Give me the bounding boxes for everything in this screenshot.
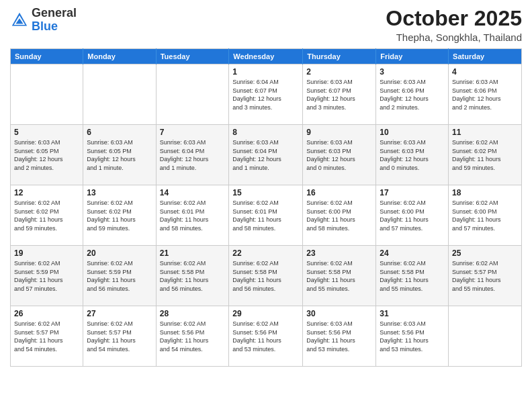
- day-number: 1: [232, 67, 299, 77]
- day-info: Sunrise: 6:02 AM Sunset: 6:02 PM Dayligh…: [14, 199, 79, 232]
- weekday-tuesday: Tuesday: [156, 49, 229, 64]
- day-info: Sunrise: 6:03 AM Sunset: 6:05 PM Dayligh…: [87, 138, 152, 172]
- day-info: Sunrise: 6:02 AM Sunset: 5:57 PM Dayligh…: [14, 320, 79, 353]
- weekday-saturday: Saturday: [449, 49, 522, 64]
- calendar-cell: 24Sunrise: 6:02 AM Sunset: 5:58 PM Dayli…: [376, 246, 449, 306]
- calendar-cell: [449, 306, 522, 367]
- weekday-wednesday: Wednesday: [229, 49, 303, 64]
- day-info: Sunrise: 6:02 AM Sunset: 6:00 PM Dayligh…: [452, 199, 518, 232]
- calendar-cell: 21Sunrise: 6:02 AM Sunset: 5:58 PM Dayli…: [156, 246, 229, 306]
- day-number: 18: [452, 188, 518, 197]
- calendar-cell: 11Sunrise: 6:02 AM Sunset: 6:02 PM Dayli…: [449, 125, 522, 185]
- calendar-cell: 17Sunrise: 6:02 AM Sunset: 6:00 PM Dayli…: [376, 185, 449, 246]
- day-info: Sunrise: 6:03 AM Sunset: 6:06 PM Dayligh…: [380, 78, 445, 111]
- day-number: 31: [380, 309, 445, 318]
- day-info: Sunrise: 6:02 AM Sunset: 6:02 PM Dayligh…: [87, 199, 152, 232]
- calendar-cell: 28Sunrise: 6:02 AM Sunset: 5:56 PM Dayli…: [156, 306, 229, 367]
- logo-text: General Blue: [32, 7, 77, 34]
- day-number: 29: [232, 309, 299, 318]
- calendar-cell: 20Sunrise: 6:02 AM Sunset: 5:59 PM Dayli…: [83, 246, 156, 306]
- calendar-cell: 4Sunrise: 6:03 AM Sunset: 6:06 PM Daylig…: [449, 64, 522, 125]
- day-info: Sunrise: 6:02 AM Sunset: 6:01 PM Dayligh…: [232, 199, 299, 232]
- day-number: 5: [14, 128, 79, 137]
- day-info: Sunrise: 6:03 AM Sunset: 6:03 PM Dayligh…: [306, 138, 372, 172]
- day-number: 21: [160, 248, 226, 258]
- day-number: 19: [14, 248, 79, 258]
- day-info: Sunrise: 6:03 AM Sunset: 6:04 PM Dayligh…: [232, 138, 299, 172]
- day-info: Sunrise: 6:02 AM Sunset: 5:57 PM Dayligh…: [452, 259, 518, 293]
- calendar-cell: 22Sunrise: 6:02 AM Sunset: 5:58 PM Dayli…: [229, 246, 303, 306]
- calendar-cell: 7Sunrise: 6:03 AM Sunset: 6:04 PM Daylig…: [156, 125, 229, 185]
- day-info: Sunrise: 6:03 AM Sunset: 6:03 PM Dayligh…: [380, 138, 445, 172]
- calendar-cell: [83, 64, 156, 125]
- day-number: 23: [306, 248, 372, 258]
- page: General Blue October 2025 Thepha, Songkh…: [0, 0, 532, 411]
- calendar-cell: 1Sunrise: 6:04 AM Sunset: 6:07 PM Daylig…: [229, 64, 303, 125]
- calendar-cell: 23Sunrise: 6:02 AM Sunset: 5:58 PM Dayli…: [303, 246, 376, 306]
- title-block: October 2025 Thepha, Songkhla, Thailand: [386, 7, 522, 43]
- day-number: 4: [452, 67, 518, 77]
- day-info: Sunrise: 6:04 AM Sunset: 6:07 PM Dayligh…: [232, 78, 299, 111]
- calendar-cell: 27Sunrise: 6:02 AM Sunset: 5:57 PM Dayli…: [83, 306, 156, 367]
- header: General Blue October 2025 Thepha, Songkh…: [10, 7, 522, 43]
- day-number: 26: [14, 309, 79, 318]
- day-number: 24: [380, 248, 445, 258]
- calendar-cell: 10Sunrise: 6:03 AM Sunset: 6:03 PM Dayli…: [376, 125, 449, 185]
- day-number: 12: [14, 188, 79, 197]
- week-row-3: 12Sunrise: 6:02 AM Sunset: 6:02 PM Dayli…: [11, 185, 522, 246]
- day-info: Sunrise: 6:03 AM Sunset: 6:06 PM Dayligh…: [452, 78, 518, 111]
- month-title: October 2025: [386, 7, 522, 30]
- day-info: Sunrise: 6:03 AM Sunset: 6:04 PM Dayligh…: [160, 138, 226, 172]
- location-title: Thepha, Songkhla, Thailand: [386, 32, 522, 43]
- weekday-friday: Friday: [376, 49, 449, 64]
- calendar-cell: 29Sunrise: 6:02 AM Sunset: 5:56 PM Dayli…: [229, 306, 303, 367]
- day-number: 20: [87, 248, 152, 258]
- weekday-sunday: Sunday: [11, 49, 83, 64]
- day-info: Sunrise: 6:02 AM Sunset: 5:58 PM Dayligh…: [160, 259, 226, 293]
- calendar-header: SundayMondayTuesdayWednesdayThursdayFrid…: [11, 49, 522, 64]
- calendar-cell: [156, 64, 229, 125]
- weekday-monday: Monday: [83, 49, 156, 64]
- day-number: 30: [306, 309, 372, 318]
- day-info: Sunrise: 6:03 AM Sunset: 5:56 PM Dayligh…: [306, 320, 372, 353]
- day-number: 11: [452, 128, 518, 137]
- calendar-cell: 30Sunrise: 6:03 AM Sunset: 5:56 PM Dayli…: [303, 306, 376, 367]
- day-number: 15: [232, 188, 299, 197]
- logo-icon: [10, 11, 29, 30]
- calendar-cell: 9Sunrise: 6:03 AM Sunset: 6:03 PM Daylig…: [303, 125, 376, 185]
- calendar-cell: 15Sunrise: 6:02 AM Sunset: 6:01 PM Dayli…: [229, 185, 303, 246]
- day-info: Sunrise: 6:02 AM Sunset: 5:58 PM Dayligh…: [380, 259, 445, 293]
- day-info: Sunrise: 6:02 AM Sunset: 6:00 PM Dayligh…: [306, 199, 372, 232]
- day-info: Sunrise: 6:02 AM Sunset: 5:59 PM Dayligh…: [87, 259, 152, 293]
- calendar-cell: 12Sunrise: 6:02 AM Sunset: 6:02 PM Dayli…: [11, 185, 83, 246]
- calendar-cell: 8Sunrise: 6:03 AM Sunset: 6:04 PM Daylig…: [229, 125, 303, 185]
- logo: General Blue: [10, 7, 77, 34]
- calendar-cell: 19Sunrise: 6:02 AM Sunset: 5:59 PM Dayli…: [11, 246, 83, 306]
- day-number: 10: [380, 128, 445, 137]
- day-number: 2: [306, 67, 372, 77]
- day-info: Sunrise: 6:02 AM Sunset: 5:58 PM Dayligh…: [232, 259, 299, 293]
- weekday-row: SundayMondayTuesdayWednesdayThursdayFrid…: [11, 49, 522, 64]
- calendar: SundayMondayTuesdayWednesdayThursdayFrid…: [10, 48, 522, 367]
- calendar-cell: 14Sunrise: 6:02 AM Sunset: 6:01 PM Dayli…: [156, 185, 229, 246]
- day-number: 8: [232, 128, 299, 137]
- week-row-1: 1Sunrise: 6:04 AM Sunset: 6:07 PM Daylig…: [11, 64, 522, 125]
- day-info: Sunrise: 6:02 AM Sunset: 5:59 PM Dayligh…: [14, 259, 79, 293]
- day-info: Sunrise: 6:02 AM Sunset: 5:56 PM Dayligh…: [160, 320, 226, 353]
- calendar-cell: 31Sunrise: 6:03 AM Sunset: 5:56 PM Dayli…: [376, 306, 449, 367]
- day-number: 27: [87, 309, 152, 318]
- calendar-body: 1Sunrise: 6:04 AM Sunset: 6:07 PM Daylig…: [11, 64, 522, 367]
- week-row-2: 5Sunrise: 6:03 AM Sunset: 6:05 PM Daylig…: [11, 125, 522, 185]
- week-row-4: 19Sunrise: 6:02 AM Sunset: 5:59 PM Dayli…: [11, 246, 522, 306]
- calendar-cell: 3Sunrise: 6:03 AM Sunset: 6:06 PM Daylig…: [376, 64, 449, 125]
- day-info: Sunrise: 6:03 AM Sunset: 5:56 PM Dayligh…: [380, 320, 445, 353]
- day-number: 16: [306, 188, 372, 197]
- day-number: 9: [306, 128, 372, 137]
- calendar-cell: [11, 64, 83, 125]
- day-number: 7: [160, 128, 226, 137]
- calendar-cell: 6Sunrise: 6:03 AM Sunset: 6:05 PM Daylig…: [83, 125, 156, 185]
- day-info: Sunrise: 6:03 AM Sunset: 6:07 PM Dayligh…: [306, 78, 372, 111]
- day-info: Sunrise: 6:02 AM Sunset: 6:01 PM Dayligh…: [160, 199, 226, 232]
- day-info: Sunrise: 6:02 AM Sunset: 6:02 PM Dayligh…: [452, 138, 518, 172]
- day-number: 14: [160, 188, 226, 197]
